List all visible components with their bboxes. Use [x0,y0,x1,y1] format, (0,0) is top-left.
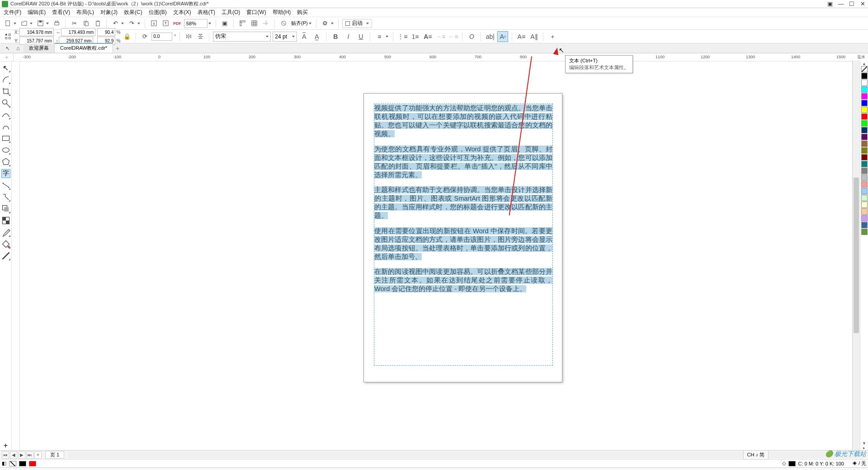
redo-dropdown[interactable] [137,19,141,28]
decrease-size-button[interactable]: A̲ [311,31,322,42]
paragraph-2[interactable]: 为使您的文档具有专业外观，Word 提供了页眉、页脚、封面和文本框设计，这些设计… [374,145,552,180]
cut-button[interactable]: ✂ [69,19,79,28]
zoom-input[interactable] [184,19,208,28]
options-button[interactable]: ⚙ [320,19,330,28]
rectangle-tool[interactable] [1,134,10,143]
color-swatch[interactable] [861,73,868,79]
fullscreen-button[interactable]: ▣ [220,19,230,28]
text-tool[interactable]: 字 [1,169,10,178]
color-swatch[interactable] [861,127,868,133]
color-swatch[interactable] [861,181,868,188]
bold-button[interactable]: B [330,31,341,42]
vertical-scrollbar[interactable] [852,61,860,450]
show-rulers-button[interactable] [237,19,247,28]
align-dropdown[interactable] [385,32,389,42]
polygon-tool[interactable] [1,157,10,166]
publish-pdf-button[interactable]: PDF [172,19,182,28]
increase-size-button[interactable]: A̅ [299,31,310,42]
color-swatch[interactable] [861,86,868,93]
color-swatch[interactable] [861,107,868,113]
font-size-select[interactable]: 24 pt [273,32,297,42]
color-swatch[interactable] [861,208,868,215]
launch-button[interactable]: 启动 [342,19,372,28]
ruler-horizontal[interactable]: ⊹ -300-200-10001002003004005006007008009… [0,53,868,61]
ime-indicator[interactable]: CH ♪ 简 [743,450,769,460]
color-swatch[interactable] [861,202,868,208]
quick-customize[interactable]: + [1,441,10,450]
snap-dropdown[interactable] [308,19,312,28]
mirror-v-button[interactable] [195,32,205,42]
palette-up[interactable]: ▲ [862,61,866,66]
tab-welcome[interactable]: 欢迎屏幕 [24,43,55,53]
paragraph-4[interactable]: 使用在需要位置出现的新按钮在 Word 中保存时间。若要更改图片适应文档的方式，… [374,227,552,262]
paragraph-text-frame[interactable]: 视频提供了功能强大的方法帮助您证明您的观点。当您单击联机视频时，可以在想要添加的… [374,103,553,366]
artistic-media-tool[interactable] [1,122,10,131]
fill-none-swatch[interactable] [9,461,16,466]
snap-label[interactable]: 贴齐(P) [291,20,308,27]
menu-text[interactable]: 文本(X) [173,9,191,16]
menu-file[interactable]: 文件(F) [4,9,21,16]
color-swatch[interactable] [861,195,868,201]
color-swatch[interactable] [861,147,868,154]
color-swatch[interactable] [861,174,868,181]
menu-bitmap[interactable]: 位图(B) [149,9,167,16]
align-button[interactable]: ≡ [374,31,385,42]
paragraph-1[interactable]: 视频提供了功能强大的方法帮助您证明您的观点。当您单击联机视频时，可以在想要添加的… [374,104,552,139]
first-page-button[interactable]: ⏮ [2,451,9,459]
edit-text-button[interactable]: ab| [485,31,495,42]
menu-window[interactable]: 窗口(W) [246,9,266,16]
new-button[interactable] [3,19,13,28]
dropcap-button[interactable]: A≡ [422,31,433,42]
menu-edit[interactable]: 编辑(E) [28,9,46,16]
color-swatch[interactable] [861,120,868,127]
minimize-button[interactable]: — [837,1,844,7]
menu-table[interactable]: 表格(T) [198,9,215,16]
prev-page-button[interactable]: ◀ [10,451,17,459]
colorbar-swatch-1[interactable] [29,461,36,466]
show-guides-button[interactable] [261,19,271,28]
mirror-h-button[interactable] [184,32,193,42]
zoom-dropdown[interactable] [208,19,212,28]
color-swatch[interactable] [861,141,868,147]
outline-tool[interactable] [1,251,10,260]
shape-tool[interactable] [1,75,10,84]
paste-button[interactable] [93,19,103,28]
text-direction-h-button[interactable]: A≡ [516,31,527,42]
outline-color-swatch[interactable] [788,461,796,466]
colorbar-swatch-0[interactable] [19,461,26,466]
number-list-button[interactable]: 1≡ [410,31,420,42]
menu-layout[interactable]: 布局(L) [76,9,94,16]
copy-button[interactable] [81,19,91,28]
increase-indent-button[interactable]: →≡ [435,31,446,42]
bullet-list-button[interactable]: ⋮≡ [397,31,408,42]
paragraph-5[interactable]: 在新的阅读视图中阅读更加容易。可以折叠文档某些部分并关注所需文本。如果在达到结尾… [374,268,552,293]
palette-menu[interactable]: ▸ [863,446,865,450]
opentype-button[interactable]: O [466,31,477,42]
export-button[interactable] [160,19,170,28]
color-swatch[interactable] [861,134,868,140]
options-dropdown[interactable] [330,19,335,28]
color-swatch[interactable] [861,161,868,167]
freehand-tool[interactable] [1,110,10,119]
import-button[interactable] [149,19,159,28]
new-tab-button[interactable]: + [113,43,122,53]
print-button[interactable] [52,19,61,28]
save-dropdown[interactable] [45,19,50,28]
show-grid-button[interactable] [249,19,259,28]
zoom-tool[interactable] [1,99,10,108]
color-swatch[interactable] [861,215,868,221]
transparency-tool[interactable] [1,216,10,225]
snap-off-button[interactable] [278,19,288,28]
lock-ratio-button[interactable]: 🔒 [122,32,132,42]
last-page-button[interactable]: ⏭ [26,451,33,459]
fill-tool[interactable] [1,240,10,249]
eyedropper-tool[interactable] [1,228,10,237]
open-button[interactable] [19,19,29,28]
no-color-swatch[interactable] [861,66,868,72]
next-page-button[interactable]: ▶ [18,451,25,459]
undo-button[interactable]: ↶ [110,19,120,28]
fill-indicator-icon[interactable]: ◧ [2,461,6,466]
redo-button[interactable]: ↷ [127,19,137,28]
color-swatch[interactable] [861,93,868,99]
connector-tool[interactable] [1,193,10,202]
